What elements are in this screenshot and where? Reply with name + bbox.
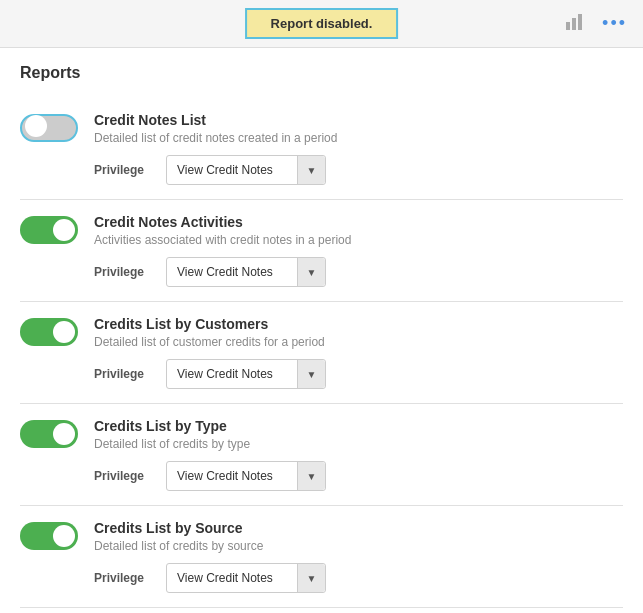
toggle-wrapper-credits-list-customers	[20, 318, 78, 346]
banner-text: Report disabled.	[271, 16, 373, 31]
privilege-label-credits-list-customers: Privilege	[94, 367, 154, 381]
report-name-credits-list-source: Credits List by Source	[94, 520, 623, 536]
report-name-credit-notes-list: Credit Notes List	[94, 112, 623, 128]
report-item-credits-list-source: Credits List by Source Detailed list of …	[20, 506, 623, 608]
privilege-dropdown-arrow-credits-list-customers: ▼	[297, 360, 325, 388]
main-content: Reports Credit Notes List Detailed list …	[0, 48, 643, 613]
privilege-dropdown-arrow-credits-list-source: ▼	[297, 564, 325, 592]
privilege-dropdown-arrow-credit-notes-activities: ▼	[297, 258, 325, 286]
privilege-select-credit-notes-list[interactable]: View Credit Notes ▼	[166, 155, 326, 185]
privilege-dropdown-arrow-credit-notes-list: ▼	[297, 156, 325, 184]
svg-rect-2	[578, 14, 582, 30]
svg-rect-1	[572, 18, 576, 30]
privilege-select-text-credit-notes-activities: View Credit Notes	[167, 265, 297, 279]
report-header-credit-notes-activities: Credit Notes Activities Activities assoc…	[20, 214, 623, 287]
privilege-select-text-credit-notes-list: View Credit Notes	[167, 163, 297, 177]
privilege-select-credits-list-type[interactable]: View Credit Notes ▼	[166, 461, 326, 491]
toggle-slider-credits-list-source	[20, 522, 78, 550]
report-info-credits-list-customers: Credits List by Customers Detailed list …	[94, 316, 623, 389]
toggle-credits-list-source[interactable]	[20, 522, 78, 550]
report-header-credit-notes-list: Credit Notes List Detailed list of credi…	[20, 112, 623, 185]
toggle-slider-credits-list-type	[20, 420, 78, 448]
toggle-credit-notes-list[interactable]	[20, 114, 78, 142]
report-item-credits-list-type: Credits List by Type Detailed list of cr…	[20, 404, 623, 506]
privilege-select-credits-list-source[interactable]: View Credit Notes ▼	[166, 563, 326, 593]
toggle-slider-credit-notes-list	[20, 114, 78, 142]
privilege-dropdown-arrow-credits-list-type: ▼	[297, 462, 325, 490]
privilege-row-credits-list-type: Privilege View Credit Notes ▼	[94, 461, 623, 491]
privilege-label-credit-notes-list: Privilege	[94, 163, 154, 177]
privilege-select-credit-notes-activities[interactable]: View Credit Notes ▼	[166, 257, 326, 287]
report-desc-credits-list-type: Detailed list of credits by type	[94, 437, 623, 451]
top-bar: Report disabled. •••	[0, 0, 643, 48]
toggle-wrapper-credits-list-type	[20, 420, 78, 448]
report-desc-credits-list-source: Detailed list of credits by source	[94, 539, 623, 553]
reports-list: Credit Notes List Detailed list of credi…	[20, 98, 623, 608]
toggle-wrapper-credits-list-source	[20, 522, 78, 550]
report-header-credits-list-source: Credits List by Source Detailed list of …	[20, 520, 623, 593]
toggle-wrapper-credit-notes-list	[20, 114, 78, 142]
report-item-credit-notes-list: Credit Notes List Detailed list of credi…	[20, 98, 623, 200]
privilege-select-text-credits-list-customers: View Credit Notes	[167, 367, 297, 381]
privilege-label-credits-list-type: Privilege	[94, 469, 154, 483]
more-dots-icon: •••	[602, 13, 627, 33]
report-item-credit-notes-activities: Credit Notes Activities Activities assoc…	[20, 200, 623, 302]
report-info-credits-list-source: Credits List by Source Detailed list of …	[94, 520, 623, 593]
more-options-button[interactable]: •••	[598, 11, 631, 36]
report-desc-credit-notes-list: Detailed list of credit notes created in…	[94, 131, 623, 145]
report-item-credits-list-customers: Credits List by Customers Detailed list …	[20, 302, 623, 404]
report-name-credits-list-type: Credits List by Type	[94, 418, 623, 434]
toggle-slider-credit-notes-activities	[20, 216, 78, 244]
report-header-credits-list-customers: Credits List by Customers Detailed list …	[20, 316, 623, 389]
top-bar-icons: •••	[560, 8, 631, 39]
report-name-credits-list-customers: Credits List by Customers	[94, 316, 623, 332]
toggle-slider-credits-list-customers	[20, 318, 78, 346]
privilege-row-credits-list-source: Privilege View Credit Notes ▼	[94, 563, 623, 593]
report-info-credit-notes-list: Credit Notes List Detailed list of credi…	[94, 112, 623, 185]
report-desc-credit-notes-activities: Activities associated with credit notes …	[94, 233, 623, 247]
report-name-credit-notes-activities: Credit Notes Activities	[94, 214, 623, 230]
report-info-credits-list-type: Credits List by Type Detailed list of cr…	[94, 418, 623, 491]
privilege-select-text-credits-list-source: View Credit Notes	[167, 571, 297, 585]
privilege-select-text-credits-list-type: View Credit Notes	[167, 469, 297, 483]
chart-icon-button[interactable]	[560, 8, 590, 39]
privilege-row-credit-notes-list: Privilege View Credit Notes ▼	[94, 155, 623, 185]
privilege-row-credit-notes-activities: Privilege View Credit Notes ▼	[94, 257, 623, 287]
toggle-credits-list-type[interactable]	[20, 420, 78, 448]
privilege-row-credits-list-customers: Privilege View Credit Notes ▼	[94, 359, 623, 389]
chart-icon	[564, 10, 586, 32]
toggle-credits-list-customers[interactable]	[20, 318, 78, 346]
report-header-credits-list-type: Credits List by Type Detailed list of cr…	[20, 418, 623, 491]
toggle-wrapper-credit-notes-activities	[20, 216, 78, 244]
report-info-credit-notes-activities: Credit Notes Activities Activities assoc…	[94, 214, 623, 287]
privilege-label-credit-notes-activities: Privilege	[94, 265, 154, 279]
privilege-label-credits-list-source: Privilege	[94, 571, 154, 585]
svg-rect-0	[566, 22, 570, 30]
privilege-select-credits-list-customers[interactable]: View Credit Notes ▼	[166, 359, 326, 389]
report-disabled-banner: Report disabled.	[245, 8, 399, 39]
report-desc-credits-list-customers: Detailed list of customer credits for a …	[94, 335, 623, 349]
toggle-credit-notes-activities[interactable]	[20, 216, 78, 244]
section-title: Reports	[20, 64, 623, 82]
